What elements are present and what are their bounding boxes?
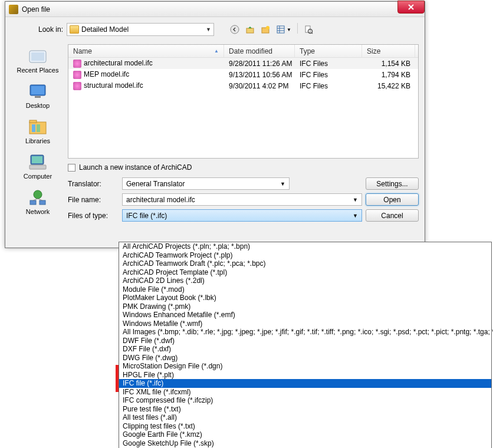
open-button[interactable]: Open (366, 193, 419, 206)
file-row[interactable]: MEP model.ifc9/13/2011 10:56 AMIFC Files… (68, 69, 418, 80)
filetype-option[interactable]: Module File (*.mod) (119, 285, 491, 294)
up-button[interactable] (244, 23, 257, 36)
lookin-value: Detailed Model (81, 25, 129, 34)
filetype-option[interactable]: ArchiCAD Teamwork Draft (*.plc; *.pca; *… (119, 259, 491, 268)
svg-rect-12 (31, 52, 44, 61)
file-icon (73, 71, 81, 79)
file-name: structural model.ifc (84, 81, 143, 90)
lookin-label: Look in: (35, 25, 63, 34)
filetype-option[interactable]: DWF File (*.dwf) (119, 337, 491, 345)
filetype-option[interactable]: IFC compressed file (*.ifczip) (119, 396, 491, 405)
desktop-icon (27, 82, 48, 101)
col-name[interactable]: Name▲ (68, 45, 224, 57)
filetype-option[interactable]: PMK Drawing (*.pmk) (119, 302, 491, 311)
filetype-option[interactable]: Clipping test files (*.txt) (119, 422, 491, 431)
svg-rect-24 (30, 200, 36, 205)
file-list-header: Name▲ Date modified Type Size (68, 45, 418, 58)
svg-rect-19 (37, 124, 40, 132)
filetype-option[interactable]: HPGL File (*.plt) (119, 371, 491, 380)
place-network[interactable]: Network (14, 188, 61, 215)
svg-rect-4 (277, 26, 284, 33)
filetype-option[interactable]: Pure test file (*.txt) (119, 405, 491, 414)
filetype-option[interactable]: ArchiCAD Project Template (*.tpl) (119, 268, 491, 277)
svg-point-3 (266, 26, 269, 29)
app-icon (9, 5, 18, 14)
file-date: 9/28/2011 11:26 AM (224, 60, 295, 68)
svg-rect-17 (29, 120, 37, 123)
col-date[interactable]: Date modified (224, 45, 295, 57)
svg-rect-18 (32, 124, 35, 132)
svg-rect-14 (31, 86, 44, 94)
filetype-option[interactable]: Google Earth File (*.kmz) (119, 430, 491, 439)
place-recent[interactable]: Recent Places (14, 47, 61, 74)
filetype-combo[interactable]: IFC file (*.ifc) ▼ (122, 209, 362, 222)
filetype-dropdown[interactable]: All ArchiCAD Projects (*.pln; *.pla; *.b… (119, 242, 492, 448)
separator (297, 23, 298, 34)
file-date: 9/30/2011 4:02 PM (224, 82, 295, 90)
svg-point-0 (231, 25, 239, 34)
filetype-option[interactable]: DXF File (*.dxf) (119, 345, 491, 354)
svg-rect-21 (32, 156, 42, 163)
cancel-button[interactable]: Cancel (366, 209, 419, 222)
svg-rect-22 (29, 165, 46, 169)
filetype-option[interactable]: IFC file (*.ifc) (119, 379, 491, 388)
sort-asc-icon: ▲ (214, 48, 219, 54)
col-type[interactable]: Type (295, 45, 362, 57)
filetype-option[interactable]: Windows Metafile (*.wmf) (119, 319, 491, 328)
svg-point-23 (34, 190, 42, 199)
translator-label: Translator: (68, 180, 119, 188)
back-icon (230, 25, 239, 34)
computer-icon (27, 153, 48, 172)
file-icon (73, 82, 81, 90)
file-row[interactable]: structural model.ifc9/30/2011 4:02 PMIFC… (68, 80, 418, 91)
filetype-option[interactable]: IFC XML file (*.ifcxml) (119, 388, 491, 397)
place-computer[interactable]: Computer (14, 153, 61, 180)
new-folder-button[interactable] (259, 23, 272, 36)
up-folder-icon (245, 25, 255, 34)
preview-button[interactable] (302, 23, 315, 36)
filetype-option[interactable]: All Images (*.bmp; *.dib; *.rle; *.jpg; … (119, 328, 491, 337)
titlebar: Open file (5, 2, 425, 17)
places-bar: Recent Places Desktop Libraries Computer… (11, 44, 64, 225)
filetype-option[interactable]: All ArchiCAD Projects (*.pln; *.pla; *.b… (119, 242, 491, 251)
place-libraries[interactable]: Libraries (14, 117, 61, 144)
col-size[interactable]: Size (362, 45, 415, 57)
new-instance-checkbox[interactable] (68, 164, 75, 172)
window-title: Open file (22, 5, 50, 14)
translator-combo[interactable]: General Translator ▼ (122, 177, 290, 190)
file-icon (73, 60, 81, 68)
close-button[interactable] (397, 1, 425, 14)
new-folder-icon (261, 25, 270, 34)
place-desktop[interactable]: Desktop (14, 82, 61, 109)
file-size: 1,154 KB (362, 60, 415, 68)
file-type: IFC Files (295, 60, 362, 68)
network-icon (27, 188, 48, 207)
filename-label: File name: (68, 196, 119, 204)
file-size: 1,794 KB (362, 71, 415, 79)
back-button[interactable] (228, 23, 241, 36)
file-date: 9/13/2011 10:56 AM (224, 71, 295, 79)
views-button[interactable]: ▼ (274, 23, 293, 36)
filetype-option[interactable]: PlotMaker Layout Book (*.lbk) (119, 294, 491, 302)
file-name: MEP model.ifc (84, 70, 129, 78)
filetype-option[interactable]: ArchiCAD 2D Lines (*.2dl) (119, 276, 491, 285)
libraries-icon (27, 117, 48, 136)
filename-input[interactable]: architectural model.ifc ▼ (122, 193, 362, 206)
filetype-option[interactable]: DWG File (*.dwg) (119, 354, 491, 363)
file-size: 15,422 KB (362, 82, 415, 90)
chevron-down-icon: ▼ (280, 181, 285, 187)
filetype-option[interactable]: ArchiCAD Teamwork Project (*.plp) (119, 251, 491, 260)
open-file-dialog: Open file Look in: Detailed Model ▼ (5, 1, 425, 248)
settings-button[interactable]: Settings... (366, 177, 419, 190)
chevron-down-icon: ▼ (353, 213, 358, 219)
filetype-option[interactable]: MicroStation Design File (*.dgn) (119, 362, 491, 371)
file-row[interactable]: architectural model.ifc9/28/2011 11:26 A… (68, 58, 418, 69)
svg-line-10 (311, 32, 313, 34)
filetype-option[interactable]: Google SketchUp File (*.skp) (119, 439, 491, 448)
new-instance-label: Launch a new instance of ArchiCAD (79, 163, 192, 172)
filetype-label: Files of type: (68, 212, 119, 220)
filetype-option[interactable]: All test files (*.all) (119, 413, 491, 422)
lookin-combo[interactable]: Detailed Model ▼ (67, 23, 214, 36)
file-type: IFC Files (295, 82, 362, 90)
filetype-option[interactable]: Windows Enhanced Metafile (*.emf) (119, 311, 491, 319)
